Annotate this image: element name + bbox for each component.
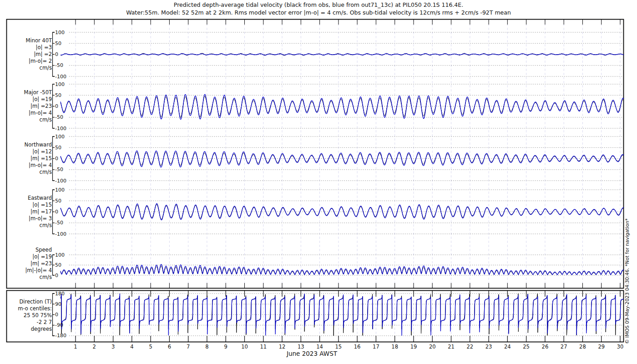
- y-tick-label: -100: [55, 74, 66, 79]
- unit-label: degrees: [4, 326, 52, 333]
- panel-label-minor: Minor 40T |o| =3 |m| =2 |m-o|= 2 cm/s: [4, 37, 52, 71]
- x-tick-label: 3: [107, 344, 119, 350]
- panel-title: Minor 40T: [4, 37, 52, 44]
- y-tick-label: 0: [55, 312, 58, 317]
- y-tick-label: 100: [55, 30, 65, 35]
- y-tick-label: 0: [55, 104, 58, 109]
- major-model-line: [61, 94, 624, 119]
- y-tick-label: 100: [55, 187, 65, 192]
- x-tick-label: 17: [370, 344, 382, 350]
- tidal-velocity-chart: [0, 0, 637, 364]
- y-tick-label: 50: [55, 145, 61, 150]
- speed-model-line: [61, 264, 624, 275]
- y-tick-label: 50: [55, 198, 61, 203]
- model-stat: |m| =23: [4, 260, 52, 267]
- error-stat: |m|-|o|= 4: [4, 267, 52, 274]
- x-tick-label: 5: [145, 344, 157, 350]
- y-tick-label: 50: [55, 263, 61, 268]
- y-tick-label: -50: [55, 220, 63, 225]
- error-stat: |m-o|= 2: [4, 58, 52, 65]
- obs-stat: |o| =15: [4, 202, 52, 208]
- y-tick-label: 50: [55, 93, 61, 98]
- y-tick-label: 100: [55, 134, 65, 139]
- model-stat: |m| =17: [4, 208, 52, 215]
- x-tick-label: 8: [201, 344, 213, 350]
- x-axis-title: June 2023 AWST: [287, 350, 337, 357]
- unit-label: cm/s: [4, 222, 52, 229]
- y-tick-label: 0: [55, 52, 58, 57]
- x-tick-label: 16: [351, 344, 363, 350]
- y-tick-label: -50: [55, 115, 63, 120]
- panel-title: Northward: [4, 142, 52, 148]
- tidal-velocity-figure: { "title_line1": "Predicted depth-averag…: [0, 0, 637, 364]
- x-tick-label: 4: [126, 344, 138, 350]
- y-tick-label: -90: [55, 323, 63, 328]
- y-tick-label: -100: [55, 232, 66, 237]
- x-tick-label: 18: [389, 344, 401, 350]
- y-tick-label: 0: [55, 273, 58, 278]
- x-tick-label: 24: [501, 344, 513, 350]
- panel-title: Major -50T: [4, 89, 52, 96]
- obs-stat: |o| =19: [4, 96, 52, 103]
- y-tick-label: 100: [55, 253, 65, 258]
- model-stat: |m| =15: [4, 155, 52, 162]
- eastward-obs-line: [61, 205, 624, 219]
- x-tick-label: 13: [295, 344, 307, 350]
- x-tick-label: 21: [445, 344, 457, 350]
- x-tick-label: 9: [220, 344, 232, 350]
- error-stat: |m-o|= 3: [4, 215, 52, 222]
- x-tick-label: 26: [539, 344, 551, 350]
- model-stat: |m| =2: [4, 51, 52, 58]
- panel-title: Direction (T): [4, 298, 52, 305]
- unit-label: cm/s: [4, 116, 52, 123]
- error-stat: |m-o|= 4: [4, 110, 52, 116]
- x-tick-label: 25: [521, 344, 532, 350]
- x-tick-label: 19: [408, 344, 420, 350]
- x-tick-label: 23: [483, 344, 495, 350]
- centiles-pcts: 25 50 75%: [4, 312, 52, 319]
- model-stat: |m| =23: [4, 103, 52, 110]
- centiles-vals: -2 2 7: [4, 319, 52, 326]
- unit-label: cm/s: [4, 65, 52, 71]
- obs-stat: |o| =19: [4, 253, 52, 260]
- x-tick-label: 28: [576, 344, 588, 350]
- panel-title: Eastward: [4, 195, 52, 202]
- x-tick-label: 22: [464, 344, 476, 350]
- y-tick-label: 0: [55, 209, 58, 214]
- panel-label-direction: Direction (T) m-o centiles: 25 50 75% -2…: [4, 298, 52, 333]
- x-tick-label: 29: [596, 344, 607, 350]
- y-tick-label: 180: [55, 291, 65, 296]
- y-tick-label: -50: [55, 63, 63, 68]
- eastward-model-line: [61, 203, 624, 220]
- minor-model-line: [61, 54, 624, 55]
- x-tick-label: 6: [163, 344, 175, 350]
- error-stat: |m-o|= 4: [4, 162, 52, 169]
- x-tick-label: 12: [276, 344, 288, 350]
- panel-label-speed: Speed |o| =19 |m| =23 |m|-|o|= 4 cm/s: [4, 247, 52, 281]
- y-tick-label: 100: [55, 82, 65, 87]
- panel-title: Speed: [4, 247, 52, 253]
- x-tick-label: 2: [88, 344, 100, 350]
- panel-label-northward: Northward |o| =12 |m| =15 |m-o|= 4 cm/s: [4, 142, 52, 176]
- obs-stat: |o| =12: [4, 148, 52, 155]
- y-tick-label: 0: [55, 156, 58, 161]
- x-tick-label: 27: [558, 344, 570, 350]
- y-tick-label: -50: [55, 167, 63, 172]
- northward-model-line: [61, 151, 624, 167]
- x-tick-label: 15: [333, 344, 344, 350]
- unit-label: cm/s: [4, 169, 52, 176]
- imos-watermark: © IMOS 09-May-2023 04:30:46. *Not for na…: [624, 218, 630, 344]
- panel-label-eastward: Eastward |o| =15 |m| =17 |m-o|= 3 cm/s: [4, 195, 52, 229]
- x-tick-label: 1: [70, 344, 81, 350]
- x-tick-label: 10: [238, 344, 250, 350]
- y-tick-label: 50: [55, 41, 61, 46]
- x-tick-label: 11: [258, 344, 269, 350]
- x-tick-label: 30: [614, 344, 626, 350]
- direction-model-line: [61, 293, 624, 335]
- y-tick-label: 90: [55, 302, 61, 307]
- y-tick-label: -180: [55, 333, 66, 338]
- centiles-label: m-o centiles:: [4, 305, 52, 312]
- y-tick-label: -100: [55, 126, 66, 131]
- y-tick-label: -100: [55, 178, 66, 183]
- x-tick-label: 20: [426, 344, 438, 350]
